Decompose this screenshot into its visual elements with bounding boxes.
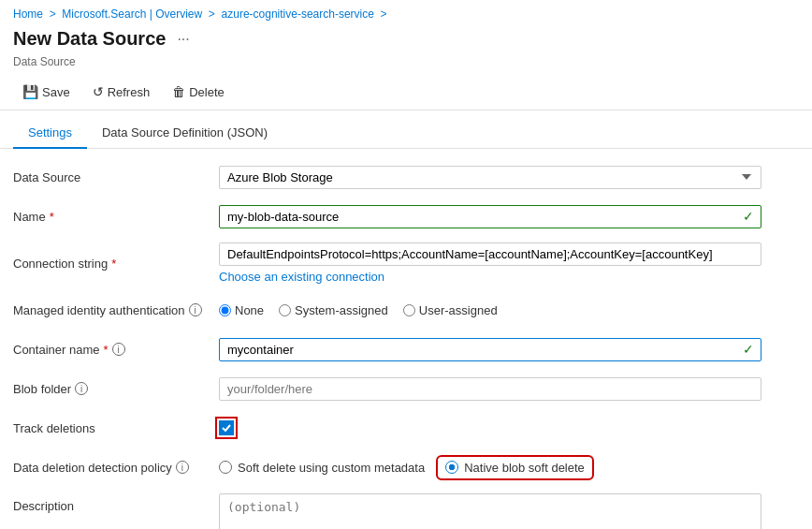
track-deletions-label: Track deletions: [13, 421, 219, 435]
data-source-label: Data Source: [13, 170, 219, 184]
name-input-wrap: ✓: [219, 205, 761, 228]
page-title: New Data Source: [13, 28, 166, 50]
refresh-button[interactable]: ↺ Refresh: [83, 80, 160, 104]
tabs: Settings Data Source Definition (JSON): [0, 118, 812, 149]
track-deletions-checkbox-wrap: [219, 420, 761, 435]
name-row: Name * ✓: [13, 203, 799, 229]
deletion-policy-label: Data deletion detection policy i: [13, 461, 219, 475]
native-blob-option[interactable]: Native blob soft delete: [440, 459, 590, 477]
managed-identity-radio-group: None System-assigned User-assigned: [219, 303, 761, 317]
choose-connection-link[interactable]: Choose an existing connection: [219, 270, 384, 284]
blob-folder-input[interactable]: [219, 377, 761, 401]
deletion-policy-row: Data deletion detection policy i Soft de…: [13, 454, 799, 480]
soft-delete-option[interactable]: Soft delete using custom metadata: [219, 461, 425, 475]
managed-identity-row: Managed identity authentication i None S…: [13, 297, 799, 323]
name-label: Name *: [13, 210, 219, 224]
container-name-input[interactable]: [219, 338, 761, 361]
name-valid-icon: ✓: [743, 209, 754, 224]
checkmark-icon: [222, 424, 231, 432]
container-name-control: ✓: [219, 338, 761, 361]
managed-identity-label: Managed identity authentication i: [13, 303, 219, 317]
data-source-select[interactable]: Azure Blob Storage: [219, 166, 761, 189]
save-button[interactable]: 💾 Save: [13, 80, 80, 104]
more-options-button[interactable]: ···: [173, 31, 193, 48]
delete-button[interactable]: 🗑 Delete: [163, 80, 234, 104]
page-header: New Data Source ···: [0, 24, 812, 55]
container-info-icon[interactable]: i: [112, 343, 125, 356]
track-deletions-checkbox[interactable]: [219, 420, 234, 435]
breadcrumb: Home > Microsoft.Search | Overview > azu…: [0, 0, 812, 24]
save-icon: 💾: [22, 84, 38, 99]
connection-string-control: Choose an existing connection: [219, 242, 761, 284]
managed-identity-control: None System-assigned User-assigned: [219, 303, 761, 317]
conn-required: *: [111, 257, 116, 271]
managed-identity-system-radio[interactable]: [279, 304, 291, 316]
breadcrumb-service[interactable]: azure-cognitive-search-service: [222, 7, 374, 21]
toolbar: 💾 Save ↺ Refresh 🗑 Delete: [0, 74, 812, 110]
blob-folder-info-icon[interactable]: i: [75, 382, 88, 395]
data-source-row: Data Source Azure Blob Storage: [13, 164, 799, 190]
connection-string-label: Connection string *: [13, 257, 219, 271]
track-deletions-control: [219, 420, 761, 435]
managed-identity-none[interactable]: None: [219, 303, 264, 317]
deletion-policy-info-icon[interactable]: i: [176, 461, 189, 474]
name-input[interactable]: [219, 205, 761, 228]
description-textarea[interactable]: [219, 493, 761, 529]
description-row: Description: [13, 493, 799, 529]
container-required: *: [104, 343, 109, 357]
tab-settings[interactable]: Settings: [13, 118, 87, 149]
connection-string-input[interactable]: [219, 242, 761, 266]
refresh-icon: ↺: [93, 84, 104, 99]
name-control: ✓: [219, 205, 761, 228]
native-blob-radio[interactable]: [445, 461, 458, 474]
managed-identity-none-radio[interactable]: [219, 304, 231, 316]
container-valid-icon: ✓: [743, 342, 754, 357]
blob-folder-row: Blob folder i: [13, 375, 799, 402]
track-deletions-row: Track deletions: [13, 415, 799, 441]
container-name-label: Container name * i: [13, 343, 219, 357]
blob-folder-label: Blob folder i: [13, 382, 219, 396]
deletion-policy-options: Soft delete using custom metadata Native…: [219, 459, 761, 477]
blob-folder-control: [219, 377, 761, 401]
connection-string-row: Connection string * Choose an existing c…: [13, 242, 799, 284]
container-name-row: Container name * i ✓: [13, 336, 799, 362]
managed-identity-user-radio[interactable]: [403, 304, 415, 316]
container-name-input-wrap: ✓: [219, 338, 761, 361]
description-label: Description: [13, 493, 219, 513]
managed-identity-user[interactable]: User-assigned: [403, 303, 498, 317]
form-content: Data Source Azure Blob Storage Name * ✓ …: [0, 149, 812, 529]
page-subtitle: Data Source: [0, 55, 812, 74]
soft-delete-radio[interactable]: [219, 461, 232, 474]
data-source-control: Azure Blob Storage: [219, 166, 761, 189]
description-control: [219, 493, 761, 529]
name-required: *: [50, 210, 54, 224]
breadcrumb-search[interactable]: Microsoft.Search | Overview: [62, 7, 202, 21]
managed-identity-system[interactable]: System-assigned: [279, 303, 388, 317]
managed-identity-info-icon[interactable]: i: [189, 303, 202, 316]
breadcrumb-home[interactable]: Home: [13, 7, 43, 21]
delete-icon: 🗑: [172, 84, 185, 99]
deletion-policy-control: Soft delete using custom metadata Native…: [219, 459, 761, 477]
tab-json[interactable]: Data Source Definition (JSON): [87, 118, 283, 149]
